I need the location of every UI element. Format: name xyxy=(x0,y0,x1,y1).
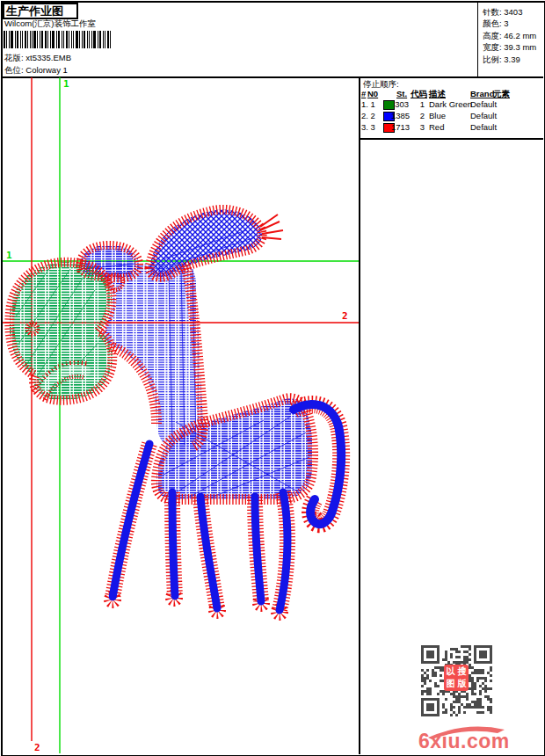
row-stitches: 1385 xyxy=(391,111,409,120)
seal-char: 版 xyxy=(456,678,468,690)
watermark-seal: 以 搜 图 版 xyxy=(444,665,469,691)
row-desc: Blue xyxy=(429,111,446,120)
row-code: 1 xyxy=(412,99,425,109)
stop-sequence-table: 停止顺序: # N0 St. 代码 描述 Brand 元素 1. 1 303 1… xyxy=(360,77,543,138)
col-n0: N0 xyxy=(367,89,378,98)
row-num: 1. 1 xyxy=(361,99,375,109)
row-code: 2 xyxy=(412,111,425,120)
end-label-bottom: 2 xyxy=(34,742,40,753)
col-brand: Brand xyxy=(470,89,494,98)
color-count: 颜色: 3 xyxy=(483,18,542,29)
row-code: 3 xyxy=(412,122,425,132)
seal-char: 搜 xyxy=(456,665,468,678)
table-row: 1. 1 303 1 Dark Green Default xyxy=(360,99,543,111)
row-brand: Default xyxy=(470,122,497,132)
row-desc: Dark Green xyxy=(429,99,472,109)
row-desc: Red xyxy=(429,122,444,132)
table-row: 2. 2 1385 2 Blue Default xyxy=(360,111,543,122)
table-row: 3. 3 1713 3 Red Default xyxy=(360,122,543,134)
start-label-top: 1 xyxy=(63,78,69,90)
row-num: 2. 2 xyxy=(361,111,375,120)
row-brand: Default xyxy=(470,111,497,120)
design-width: 宽度: 39.3 mm xyxy=(483,41,542,53)
row-num: 3. 3 xyxy=(361,122,375,132)
design-height: 高度: 46.2 mm xyxy=(483,30,542,41)
end-label-right: 2 xyxy=(342,310,348,322)
design-scale: 比例: 3.39 xyxy=(483,54,542,65)
row-stitches: 1713 xyxy=(391,122,409,132)
pattern-file-label: 花版: xyxy=(4,53,24,62)
colorway-value: Colorway 1 xyxy=(25,65,68,75)
colorway-label: 色位: xyxy=(4,65,24,75)
colorway-line: 色位: Colorway 1 xyxy=(4,65,68,76)
table-bottom-border xyxy=(359,138,543,140)
design-info-box: 针数: 3403 颜色: 3 高度: 46.2 mm 宽度: 39.3 mm 比… xyxy=(477,3,542,76)
col-st: St. xyxy=(396,89,407,98)
col-hash: # xyxy=(361,89,366,98)
site-watermark: 6xiu.com xyxy=(411,714,543,753)
stitch-count: 针数: 3403 xyxy=(483,6,542,18)
panel-divider xyxy=(359,76,360,754)
seal-char: 以 xyxy=(445,665,456,678)
production-worksheet: 生产作业图 Wilcom(汇京)装饰工作室 花版: xt5335.EMB 色位:… xyxy=(0,0,545,756)
row-brand: Default xyxy=(470,99,497,109)
embroidery-design: 1 1 2 2 xyxy=(3,77,359,753)
barcode xyxy=(4,31,113,48)
pattern-file-line: 花版: xt5335.EMB xyxy=(4,53,71,64)
studio-name: Wilcom(汇京)装饰工作室 xyxy=(4,18,96,30)
table-header: # N0 St. 代码 描述 Brand 元素 xyxy=(360,89,543,99)
site-name: 6xiu.com xyxy=(418,730,510,752)
seal-char: 图 xyxy=(445,678,456,690)
start-label-left: 1 xyxy=(6,250,12,261)
row-stitches: 303 xyxy=(391,99,409,109)
page-title: 生产作业图 xyxy=(3,3,78,19)
pattern-file-value: xt5335.EMB xyxy=(25,53,71,62)
